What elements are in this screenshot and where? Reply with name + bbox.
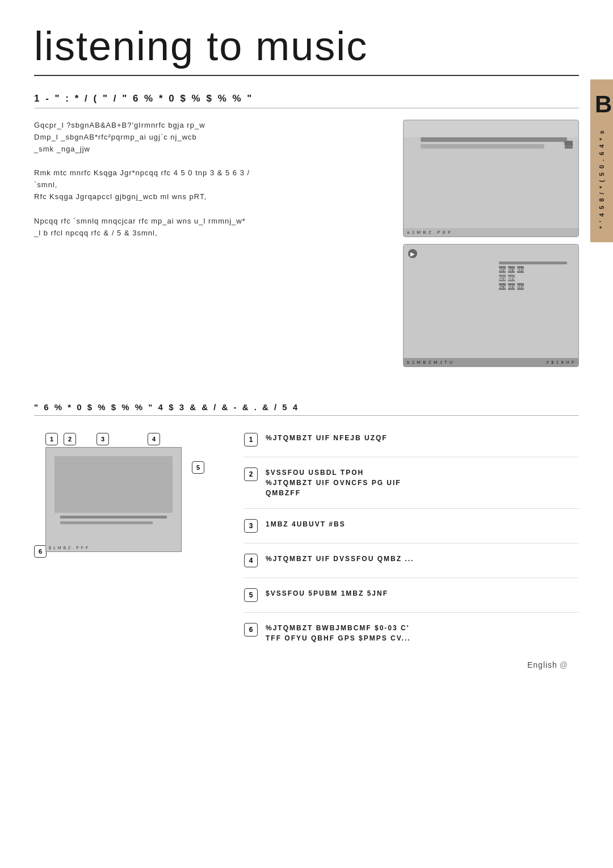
callout-number-6: 6 bbox=[244, 623, 258, 637]
callout-text-5: $VSSFOU 5PUBM 1MBZ 5JNF bbox=[266, 588, 388, 599]
screen2-label-right: # $ 1 8 H F bbox=[546, 360, 575, 365]
text-block-1-line2: Dmp_l _sbgnAB*rfc²pqrmp_ai ugj`c nj_wcb bbox=[34, 132, 380, 144]
small-box6: 61's bbox=[499, 283, 506, 290]
screen-mockup-2: ▶ 63's 61's 63's 51's 63's bbox=[403, 244, 579, 367]
text-block-2: Rmk mtc mnrfc Ksqga Jgr*npcqq rfc 4 5 0 … bbox=[34, 167, 380, 203]
diagram-label: $ 1 M B Z . P F F bbox=[49, 546, 89, 550]
text-block-1: Gqcpr_l ?sbgnAB&AB+B?'gIrmnrfc bgja rp_w… bbox=[34, 120, 380, 155]
footer-symbol: @ bbox=[560, 660, 568, 669]
screen-bottom-1: a 1 M B Z . P E F bbox=[404, 228, 578, 237]
screen2-lines: 63's 61's 63's 51's 63's 61's 63's 53's bbox=[499, 262, 567, 290]
callout-text-3: 1MBZ 4UBUVT #BS bbox=[266, 519, 346, 529]
top-content-area: Gqcpr_l ?sbgnAB&AB+B?'gIrmnrfc bgja rp_w… bbox=[34, 120, 579, 374]
diag-num-1: 1 bbox=[45, 433, 58, 445]
line-group: 63's 61's 63's bbox=[499, 266, 567, 273]
text-block-3-line1: Npcqq rfc `smnlq mnqcjcar rfc mp_ai wns … bbox=[34, 216, 380, 227]
callout-item: 6%JTQMBZT BWBJMBCMF $0-03 C' TFF OFYU QB… bbox=[244, 623, 579, 654]
callout-number-4: 4 bbox=[244, 554, 258, 567]
diagram-bar2 bbox=[60, 521, 153, 524]
top-right-screens: 53'S. a 1 M B Z . P E F ▶ bbox=[403, 120, 579, 374]
diag-num-4: 4 bbox=[148, 433, 160, 445]
screen2-play-icon: ▶ bbox=[408, 249, 417, 258]
callout-text-6: %JTQMBZT BWBJMBCMF $0-03 C' TFF OFYU QBH… bbox=[266, 623, 411, 643]
screen-label-1: a 1 M B Z . P E F bbox=[404, 228, 578, 237]
callout-number-2: 2 bbox=[244, 467, 258, 481]
callout-item: 1%JTQMBZT UIF NFEJB UZQF bbox=[244, 433, 579, 457]
callout-text-1: %JTQMBZT UIF NFEJB UZQF bbox=[266, 433, 388, 443]
screen2-area: ▶ 63's 61's 63's 51's 63's bbox=[404, 245, 578, 358]
line-group2: 51's 63's bbox=[499, 275, 567, 281]
callout-text-2: $VSSFOU USBDL TPOH %JTQMBZT UIF OVNCFS P… bbox=[266, 467, 401, 498]
text-block-2-line1: Rmk mtc mnrfc Ksqga Jgr*npcqq rfc 4 5 0 … bbox=[34, 167, 380, 179]
callout-number-3: 3 bbox=[244, 519, 258, 533]
text-block-3: Npcqq rfc `smnlq mnqcjcar rfc mp_ai wns … bbox=[34, 216, 380, 239]
text-block-3-line2: _l b rfcl npcqq rfc & / 5 & 3smnl, bbox=[34, 227, 380, 239]
small-box7: 63's bbox=[508, 283, 515, 290]
diagram-wrapper: 1 2 3 4 5 6 bbox=[34, 433, 204, 569]
small-box5: 63's bbox=[508, 275, 515, 281]
screen2-bottom: b 1 M B Z M J T U # $ 1 8 H F bbox=[404, 358, 578, 366]
section2-heading: " 6 % * 0 $ % $ % % " 4 $ 3 & & / & - & … bbox=[34, 402, 579, 416]
screen2-label-left: b 1 M B Z M J T U bbox=[407, 360, 454, 365]
diag-num-5: 5 bbox=[192, 461, 204, 474]
callout-number-5: 5 bbox=[244, 588, 258, 602]
diagram-content-area bbox=[54, 456, 173, 513]
diagram-container: 1 2 3 4 5 6 bbox=[34, 433, 216, 664]
screen-top-area: 53'S. bbox=[404, 137, 578, 228]
main-title: listening to music bbox=[34, 23, 579, 76]
small-box3: 63's bbox=[517, 266, 524, 273]
top-left-text: Gqcpr_l ?sbgnAB&AB+B?'gIrmnrfc bgja rp_w… bbox=[34, 120, 380, 374]
screen-bars bbox=[404, 137, 578, 149]
line-1 bbox=[499, 262, 567, 264]
small-box4: 51's bbox=[499, 275, 506, 281]
diag-num-6: 6 bbox=[34, 545, 47, 558]
bottom-content-area: 1 2 3 4 5 6 bbox=[34, 433, 579, 664]
diag-num-3: 3 bbox=[96, 433, 109, 445]
callout-item: 4%JTQMBZT UIF DVSSFOU QMBZ ... bbox=[244, 554, 579, 578]
callout-item: 5$VSSFOU 5PUBM 1MBZ 5JNF bbox=[244, 588, 579, 613]
text-block-1-line1: Gqcpr_l ?sbgnAB&AB+B?'gIrmnrfc bgja rp_w bbox=[34, 120, 380, 132]
footer-language: English bbox=[527, 660, 557, 669]
footer: English @ bbox=[527, 660, 568, 669]
text-block-2-line2: `smnl, bbox=[34, 179, 380, 191]
side-vertical-text: * ' 4 5 8 / * ( 5 0 . 6 4 * s bbox=[598, 129, 605, 229]
screen-bar-1 bbox=[421, 137, 567, 142]
diag-num-2: 2 bbox=[64, 433, 76, 445]
side-tab: B * ' 4 5 8 / * ( 5 0 . 6 4 * s bbox=[590, 79, 613, 242]
line-group3: 61's 63's 53's bbox=[499, 283, 567, 290]
bottom-section: " 6 % * 0 $ % $ % % " 4 $ 3 & & / & - & … bbox=[34, 402, 579, 664]
text-block-1-line3: _smk _nga_jjw bbox=[34, 144, 380, 155]
small-box2: 61's bbox=[508, 266, 515, 273]
diagram-bar bbox=[60, 516, 167, 519]
diagram-screen: $ 1 M B Z . P F F bbox=[45, 447, 182, 552]
callout-item: 31MBZ 4UBUVT #BS bbox=[244, 519, 579, 543]
screen-bar-2 bbox=[421, 144, 544, 149]
letter-b-char: B bbox=[595, 91, 608, 118]
small-box: 63's bbox=[499, 266, 506, 273]
small-box8: 53's bbox=[517, 283, 524, 290]
text-block-2-line3: Rfc Ksqga Jgrqapccl gjbgnj_wcb ml wns pR… bbox=[34, 191, 380, 203]
screen-mockup-1: 53'S. a 1 M B Z . P E F bbox=[403, 120, 579, 237]
screen-num: 53'S. bbox=[564, 141, 574, 146]
callout-item: 2$VSSFOU USBDL TPOH %JTQMBZT UIF OVNCFS … bbox=[244, 467, 579, 509]
callout-list: 1%JTQMBZT UIF NFEJB UZQF2$VSSFOU USBDL T… bbox=[244, 433, 579, 664]
callout-text-4: %JTQMBZT UIF DVSSFOU QMBZ ... bbox=[266, 554, 414, 564]
section1-heading: 1 - " : * / ( " / " 6 % * 0 $ % $ % % " bbox=[34, 93, 579, 108]
callout-number-1: 1 bbox=[244, 433, 258, 446]
